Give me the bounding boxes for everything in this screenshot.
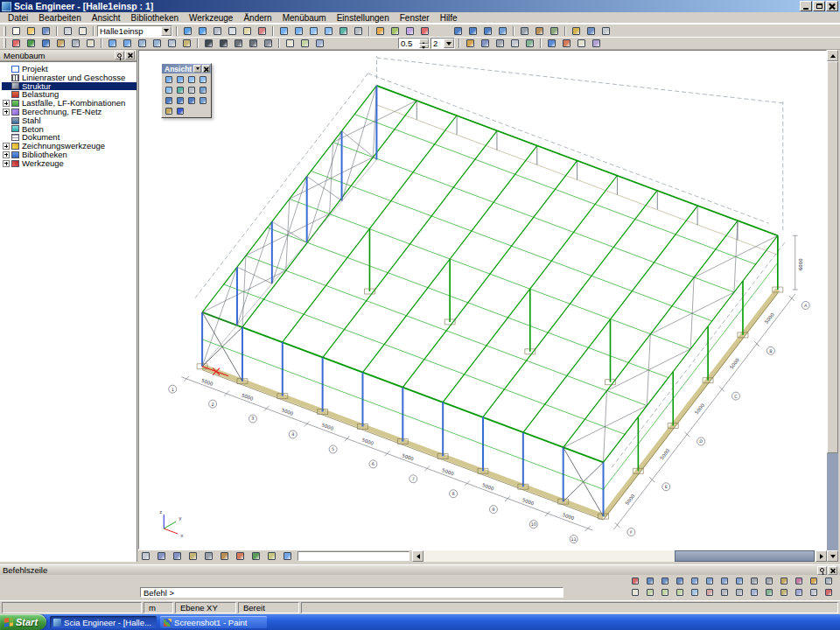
palette-header[interactable]: Ansicht xyxy=(162,64,211,74)
befehlszeile-header[interactable]: Befehlszeile xyxy=(0,564,840,575)
menu-item[interactable]: Ansicht xyxy=(87,12,126,24)
view-top-icon[interactable] xyxy=(174,95,186,106)
open-project-icon[interactable] xyxy=(24,25,38,37)
calculator-icon[interactable] xyxy=(569,25,583,37)
add-node-icon[interactable] xyxy=(9,38,23,49)
minimize-button[interactable] xyxy=(800,1,812,11)
view-point-icon[interactable] xyxy=(154,551,169,562)
3d-viewport[interactable]: 5000 5000 5000 5000 5000 5000 5000 5000 … xyxy=(138,50,827,550)
sidebar-item-werkzeuge[interactable]: Werkzeuge xyxy=(2,159,136,168)
ortho-mode-icon[interactable] xyxy=(478,38,492,49)
menubaum-header[interactable]: Menübaum xyxy=(0,50,136,61)
menu-item[interactable]: Menübaum xyxy=(277,12,332,24)
picture-gallery-icon[interactable] xyxy=(589,38,603,49)
start-button[interactable]: Start xyxy=(0,614,46,630)
redo-icon[interactable] xyxy=(195,25,209,37)
snap-tangent-icon[interactable] xyxy=(718,576,732,585)
options-icon[interactable] xyxy=(598,25,612,37)
snap-midpoint-icon[interactable] xyxy=(658,576,672,585)
escape-command-icon[interactable] xyxy=(822,588,836,598)
snap-ucs-icon[interactable] xyxy=(792,576,806,585)
rotate-view-icon[interactable] xyxy=(336,25,350,37)
menu-item[interactable]: Datei xyxy=(3,12,33,24)
select-by-type-icon[interactable] xyxy=(762,588,776,598)
volumes-mode-icon[interactable] xyxy=(547,25,561,37)
expander-icon[interactable] xyxy=(3,160,10,167)
regen-icon[interactable] xyxy=(280,551,295,562)
maximize-button[interactable] xyxy=(813,1,825,11)
paste-icon[interactable] xyxy=(240,25,254,37)
pin-button[interactable] xyxy=(817,566,827,575)
view-front-icon[interactable] xyxy=(163,95,174,106)
named-selection-icon[interactable] xyxy=(777,588,791,598)
circle-icon[interactable] xyxy=(246,38,260,49)
zoom-in-icon[interactable] xyxy=(306,25,320,37)
menu-item[interactable]: Werkzeuge xyxy=(184,12,238,24)
snap-off-icon[interactable] xyxy=(822,576,836,585)
zoom-all-icon[interactable] xyxy=(163,74,174,85)
print-icon[interactable] xyxy=(60,25,74,37)
undo-icon[interactable] xyxy=(180,25,194,37)
select-circle-icon[interactable] xyxy=(673,588,687,598)
scale-input[interactable]: 0.5 xyxy=(398,38,430,49)
menu-item[interactable]: Bibliotheken xyxy=(126,12,184,24)
zoom-all-icon[interactable] xyxy=(276,25,290,37)
view-side-icon[interactable] xyxy=(186,95,197,106)
spin-down-icon[interactable] xyxy=(419,44,429,49)
layers-icon[interactable] xyxy=(388,25,402,37)
scrollbar-thumb[interactable] xyxy=(827,61,838,453)
snap-line-grid-icon[interactable] xyxy=(762,576,776,585)
toolbar-grip[interactable] xyxy=(4,38,6,48)
snap-settings-icon[interactable] xyxy=(807,576,821,585)
wireframe-mode-icon[interactable] xyxy=(517,25,531,37)
show-supports-icon[interactable] xyxy=(248,551,263,562)
coordinates-info-icon[interactable] xyxy=(138,551,153,562)
measure-icon[interactable] xyxy=(522,38,536,49)
add-column-icon[interactable] xyxy=(38,38,52,49)
scroll-up-button[interactable] xyxy=(827,50,838,61)
combo-dropdown-icon[interactable] xyxy=(161,26,172,36)
copy-multi-icon[interactable] xyxy=(120,38,134,49)
scrollbar-thumb[interactable] xyxy=(675,550,815,562)
activity-filter-icon[interactable] xyxy=(402,25,416,37)
grid-snap-icon[interactable] xyxy=(493,38,507,49)
results-icon[interactable] xyxy=(559,38,573,49)
snap-endpoint-icon[interactable] xyxy=(643,576,657,585)
rendered-mode-icon[interactable] xyxy=(532,25,546,37)
selection-arrow-icon[interactable] xyxy=(283,38,297,49)
pan-view-icon[interactable] xyxy=(186,85,197,95)
snap-perpendicular-icon[interactable] xyxy=(703,576,717,585)
view-x-icon[interactable] xyxy=(451,25,465,37)
menu-item[interactable]: Fenster xyxy=(395,12,435,24)
perspective-icon[interactable] xyxy=(170,551,185,562)
horizontal-scrollbar[interactable] xyxy=(412,550,827,562)
select-rectangle-icon[interactable] xyxy=(643,588,657,598)
menu-item[interactable]: Ändern xyxy=(238,12,276,24)
scroll-left-button[interactable] xyxy=(412,550,424,562)
move-icon[interactable] xyxy=(105,38,119,49)
menu-item[interactable]: Bearbeiten xyxy=(33,12,86,24)
save-project-icon[interactable] xyxy=(38,25,52,37)
add-plate-icon[interactable] xyxy=(53,38,67,49)
snap-magnet-icon[interactable] xyxy=(628,576,642,585)
axonometry-icon[interactable] xyxy=(495,25,509,37)
toolbar-grip[interactable] xyxy=(4,26,6,36)
add-wall-icon[interactable] xyxy=(68,38,82,49)
select-by-layer-icon[interactable] xyxy=(747,588,761,598)
expander-icon[interactable] xyxy=(3,151,10,158)
scroll-down-button[interactable] xyxy=(827,550,838,562)
add-beam-icon[interactable] xyxy=(24,38,38,49)
menu-item[interactable]: Einstellungen xyxy=(332,12,395,24)
close-panel-button[interactable] xyxy=(125,51,135,60)
scrollbar-shaft[interactable] xyxy=(424,550,816,562)
close-panel-button[interactable] xyxy=(828,566,837,575)
zoom-window-icon[interactable] xyxy=(174,74,186,85)
expander-icon[interactable] xyxy=(3,108,10,116)
selection-filter-icon[interactable] xyxy=(792,588,806,598)
deselect-all-icon[interactable] xyxy=(703,588,717,598)
cut-icon[interactable] xyxy=(210,25,224,37)
select-all-icon[interactable] xyxy=(688,588,702,598)
taskbar-button-scia[interactable]: Scia Engineer - [Halle... xyxy=(50,616,157,628)
shaded-icon[interactable] xyxy=(217,551,232,562)
calculation-icon[interactable] xyxy=(544,38,558,49)
